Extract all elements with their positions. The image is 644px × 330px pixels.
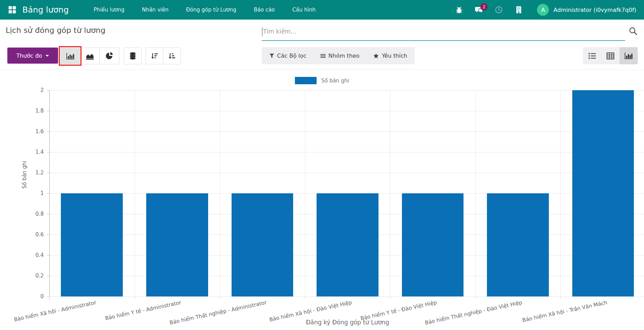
- control-panel-buttons: Thước đo: [0, 47, 644, 64]
- pie-chart-icon: [106, 52, 113, 60]
- menu-item-contributions[interactable]: Đóng góp từ Lương: [177, 0, 245, 20]
- gridline-h: [49, 90, 644, 91]
- sort-descending-button[interactable]: [146, 48, 163, 64]
- sort-ascending-button[interactable]: [163, 48, 181, 64]
- x-axis-title: Đăng ký Đóng góp từ Lương: [49, 319, 644, 326]
- gridline-h: [49, 131, 644, 132]
- group-by-button-label: Nhóm theo: [328, 52, 360, 59]
- y-tick-label: 1.2: [35, 170, 44, 176]
- y-tick-label: 0: [40, 293, 44, 300]
- bar-2[interactable]: [146, 193, 208, 296]
- y-tick-mark: [47, 255, 49, 256]
- filter-icon: [269, 53, 274, 58]
- list-view-icon: [588, 52, 596, 59]
- activities-icon[interactable]: [495, 6, 503, 14]
- bar-4[interactable]: [317, 193, 378, 296]
- y-tick-label: 0.4: [35, 252, 44, 258]
- x-tick-mark: [49, 296, 50, 299]
- menu-item-employees[interactable]: Nhân viên: [133, 0, 177, 20]
- list-view-button[interactable]: [583, 47, 601, 64]
- area-chart-icon: [86, 52, 94, 60]
- pivot-view-button[interactable]: [601, 47, 620, 64]
- text-caret: [262, 27, 262, 36]
- view-switcher: [583, 47, 638, 64]
- search-input[interactable]: [262, 22, 625, 40]
- sort-group: [146, 48, 181, 64]
- measures-button[interactable]: Thước đo: [7, 48, 58, 64]
- menu-item-payslips[interactable]: Phiếu lương: [85, 0, 133, 20]
- avatar[interactable]: A: [537, 4, 549, 16]
- legend-swatch: [295, 77, 317, 84]
- gridline-h: [49, 296, 644, 297]
- apps-menu-icon[interactable]: [8, 6, 16, 14]
- messages-icon[interactable]: 2: [475, 6, 483, 14]
- y-tick-label: 1.4: [35, 149, 44, 155]
- y-tick-mark: [47, 214, 49, 214]
- y-tick-label: 2: [40, 87, 44, 93]
- favorites-icon: [373, 53, 379, 59]
- sort-asc-icon: [168, 52, 176, 60]
- filters-button[interactable]: Các Bộ lọc: [269, 52, 306, 59]
- x-tick-label: Bảo hiểm Y tế - Administrator: [105, 299, 182, 322]
- graph-view-button[interactable]: [620, 47, 638, 64]
- area-chart-type-button[interactable]: [80, 48, 100, 64]
- group-by-button[interactable]: Nhóm theo: [320, 52, 360, 59]
- plot-area: Bảo hiểm Xã hội - AdministratorBảo hiểm …: [49, 90, 644, 296]
- favorites-button-label: Yêu thích: [382, 52, 407, 59]
- pie-chart-type-button[interactable]: [99, 48, 119, 64]
- bar-1[interactable]: [61, 193, 123, 296]
- bar-5[interactable]: [402, 193, 464, 296]
- legend-label: Số bản ghi: [321, 78, 349, 84]
- gridline-h: [49, 152, 644, 152]
- chevron-down-icon: [45, 55, 49, 57]
- chart-type-group: [60, 48, 119, 64]
- gridline-v: [390, 90, 390, 296]
- main-menu: Phiếu lương Nhân viên Đóng góp từ Lương …: [85, 0, 325, 20]
- message-count-badge: 2: [480, 3, 488, 10]
- bar-chart-type-button[interactable]: [60, 48, 80, 64]
- menu-item-reports[interactable]: Báo cáo: [245, 0, 283, 20]
- stacked-icon: [129, 52, 136, 60]
- stacked-button[interactable]: [124, 48, 142, 64]
- measures-button-label: Thước đo: [16, 52, 42, 59]
- gridline-h: [49, 111, 644, 111]
- y-tick-label: 0.8: [35, 211, 44, 217]
- search-filters-bar: Các Bộ lọc Nhóm theo Yêu thích: [262, 47, 415, 64]
- bar-7[interactable]: [572, 90, 634, 296]
- user-menu[interactable]: Administrator (i0vymafk7q0f): [553, 7, 636, 13]
- x-tick-mark: [560, 296, 561, 299]
- y-tick-mark: [47, 276, 49, 276]
- y-tick-label: 1.8: [35, 108, 44, 114]
- group-by-icon: [320, 53, 326, 58]
- chart-legend[interactable]: Số bản ghi: [0, 77, 644, 84]
- gridline-v: [560, 90, 561, 296]
- menu-item-settings[interactable]: Cấu hình: [284, 0, 325, 20]
- company-icon[interactable]: [515, 6, 523, 14]
- x-tick-mark: [390, 296, 390, 299]
- search-box: [262, 22, 625, 41]
- y-tick-mark: [47, 193, 49, 194]
- bug-icon[interactable]: [455, 6, 463, 14]
- sort-desc-icon: [151, 52, 158, 60]
- y-axis-ticks: 00.20.40.60.811.21.41.61.82: [0, 90, 47, 296]
- y-tick-mark: [47, 173, 49, 173]
- y-tick-mark: [47, 152, 49, 152]
- bar-3[interactable]: [232, 193, 293, 296]
- search-icon[interactable]: [629, 27, 638, 36]
- graph-view-icon: [624, 52, 633, 59]
- x-tick-mark: [220, 296, 220, 299]
- gridline-v: [475, 90, 476, 296]
- gridline-h: [49, 173, 644, 173]
- y-tick-mark: [47, 296, 49, 297]
- bar-6[interactable]: [487, 193, 549, 296]
- control-panel: Lịch sử đóng góp từ lương Thước đo: [0, 20, 644, 70]
- graph-view: Số bản ghi Số bản ghi 00.20.40.60.811.21…: [0, 70, 644, 330]
- favorites-button[interactable]: Yêu thích: [373, 52, 407, 59]
- gridline-v: [135, 90, 135, 296]
- y-tick-mark: [47, 131, 49, 132]
- y-tick-label: 1: [40, 190, 44, 196]
- stacked-toggle-group: [124, 48, 142, 64]
- y-tick-label: 0.2: [35, 273, 44, 279]
- app-brand[interactable]: Bảng lương: [22, 5, 69, 14]
- gridline-v: [305, 90, 305, 296]
